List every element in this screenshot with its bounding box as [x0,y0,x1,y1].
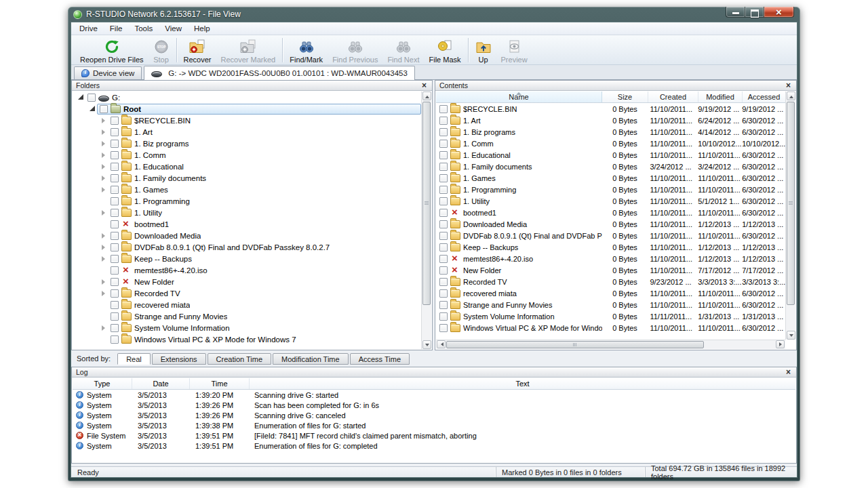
checkbox[interactable] [111,324,119,332]
tab-drive-g[interactable]: G: -> WDC WD2001FASS-00U0B0 01.00101 : W… [144,66,415,80]
recover-marked-button[interactable]: Recover Marked [216,37,281,64]
file-row[interactable]: 1. Programming 0 Bytes 11/10/2011... 11/… [436,184,785,195]
expander-icon[interactable] [77,92,85,103]
expander-icon[interactable] [100,264,108,276]
checkbox[interactable] [111,266,119,274]
checkbox[interactable] [111,278,119,286]
checkbox[interactable] [111,232,119,240]
folder-tree-item[interactable]: 1. Programming [73,195,421,207]
folder-tree-item[interactable]: 1. Educational [73,161,421,172]
checkbox[interactable] [439,174,448,182]
scrollbar-thumb[interactable] [446,341,704,348]
sort-tab[interactable]: Creation Time [208,353,271,365]
expander-icon[interactable] [100,310,108,322]
tab-device-view[interactable]: Device view [74,66,142,79]
expander-icon[interactable] [100,138,108,149]
checkbox[interactable] [439,243,448,251]
expander-icon[interactable] [88,103,97,115]
file-row[interactable]: DVDFab 8.0.9.1 (Qt) Final and DVDFab Pas… [436,230,785,241]
folder-tree-item[interactable]: G: [73,92,421,103]
file-row[interactable]: New Folder 0 Bytes 11/10/2011... 7/17/20… [436,264,785,276]
folder-tree-item[interactable]: System Volume Information [73,322,421,333]
checkbox[interactable] [439,232,448,240]
file-row[interactable]: 1. Art 0 Bytes 11/10/2011... 6/24/2012 .… [436,115,785,126]
checkbox[interactable] [111,289,119,298]
column-header-name[interactable]: Name [436,92,602,102]
checkbox[interactable] [111,117,119,125]
checkbox[interactable] [439,186,448,194]
checkbox[interactable] [439,289,448,298]
expander-icon[interactable] [100,172,108,184]
stop-button[interactable]: STOP Stop [149,37,174,64]
scrollbar-thumb[interactable] [422,102,431,305]
folder-tree-item[interactable]: memtest86+-4.20.iso [73,264,421,276]
file-row[interactable]: Keep -- Backups 0 Bytes 11/10/2011... 1/… [436,241,785,253]
checkbox[interactable] [111,243,119,251]
find-next-button[interactable]: Find Next [382,37,424,64]
folder-tree-item[interactable]: bootmed1 [73,218,421,230]
folder-tree-item[interactable]: Recorded TV [73,287,421,299]
log-close-icon[interactable] [784,368,793,377]
menu-item[interactable]: Help [188,23,216,34]
scrollbar-thumb[interactable] [787,102,795,305]
menu-item[interactable]: File [104,23,129,34]
reopen-drive-files-button[interactable]: Reopen Drive Files [75,37,149,64]
menu-item[interactable]: Drive [73,23,104,34]
checkbox[interactable] [439,266,448,274]
log-column-date[interactable]: Date [132,378,190,389]
checkbox[interactable] [111,140,119,148]
checkbox[interactable] [100,105,108,113]
preview-button[interactable]: Preview [496,37,532,64]
file-row[interactable]: $RECYCLE.BIN 0 Bytes 11/10/2011... 9/19/… [436,103,785,115]
folders-vertical-scrollbar[interactable] [421,92,431,349]
log-column-text[interactable]: Text [250,378,795,389]
scroll-up-icon[interactable] [787,92,795,100]
expander-icon[interactable] [100,241,108,253]
log-row[interactable]: File System 3/5/2013 1:39:51 PM [FileId:… [73,430,795,441]
folder-tree-item[interactable]: 1. Utility [73,207,421,218]
checkbox[interactable] [439,140,448,148]
checkbox[interactable] [439,255,448,263]
checkbox[interactable] [111,255,119,263]
scroll-left-icon[interactable] [437,340,446,348]
folder-tree-item[interactable]: recovered miata [73,299,421,310]
folder-tree-item[interactable]: DVDFab 8.0.9.1 (Qt) Final and DVDFab Pas… [73,241,421,253]
folder-tree-item[interactable]: New Folder [73,276,421,287]
log-row[interactable]: System 3/5/2013 1:39:51 PM Enumeration o… [73,441,795,451]
folder-tree-item[interactable]: 1. Art [73,126,421,138]
folder-tree-item[interactable]: Windows Virtual PC & XP Mode for Windows… [73,333,421,345]
file-row[interactable]: 1. Educational 0 Bytes 11/10/2011... 11/… [436,149,785,161]
checkbox[interactable] [439,151,448,159]
expander-icon[interactable] [100,333,108,345]
column-header-modified[interactable]: Modified [698,92,743,102]
expander-icon[interactable] [100,218,108,230]
checkbox[interactable] [439,301,448,309]
checkbox[interactable] [439,324,448,332]
contents-vertical-scrollbar[interactable] [785,92,795,340]
menu-item[interactable]: View [159,23,188,34]
sort-tab[interactable]: Access Time [350,353,410,365]
sort-tab[interactable]: Real [117,353,151,365]
checkbox[interactable] [111,336,119,344]
checkbox[interactable] [111,128,119,136]
log-row[interactable]: System 3/5/2013 1:39:26 PM Scanning driv… [73,410,795,420]
sort-tab[interactable]: Extensions [152,353,206,365]
expander-icon[interactable] [100,184,108,195]
checkbox[interactable] [439,163,448,171]
folder-tree-item[interactable]: 1. Games [73,184,421,195]
folder-tree-item[interactable]: 1. Biz programs [73,138,421,149]
scroll-right-icon[interactable] [776,340,785,348]
checkbox[interactable] [111,174,119,182]
log-row[interactable]: System 3/5/2013 1:39:20 PM Scanning driv… [73,390,795,400]
expander-icon[interactable] [100,126,108,138]
expander-icon[interactable] [100,149,108,161]
file-row[interactable]: Downloaded Media 0 Bytes 11/10/2011... 1… [436,218,785,230]
file-row[interactable]: Recorded TV 0 Bytes 9/23/2012 ... 3/3/20… [436,276,785,287]
file-row[interactable]: bootmed1 0 Bytes 11/10/2011... 11/10/201… [436,207,785,218]
checkbox[interactable] [111,301,119,309]
checkbox[interactable] [111,209,119,217]
checkbox[interactable] [111,186,119,194]
checkbox[interactable] [111,151,119,159]
checkbox[interactable] [439,312,448,321]
log-row[interactable]: System 3/5/2013 1:39:38 PM Enumeration o… [73,420,795,430]
